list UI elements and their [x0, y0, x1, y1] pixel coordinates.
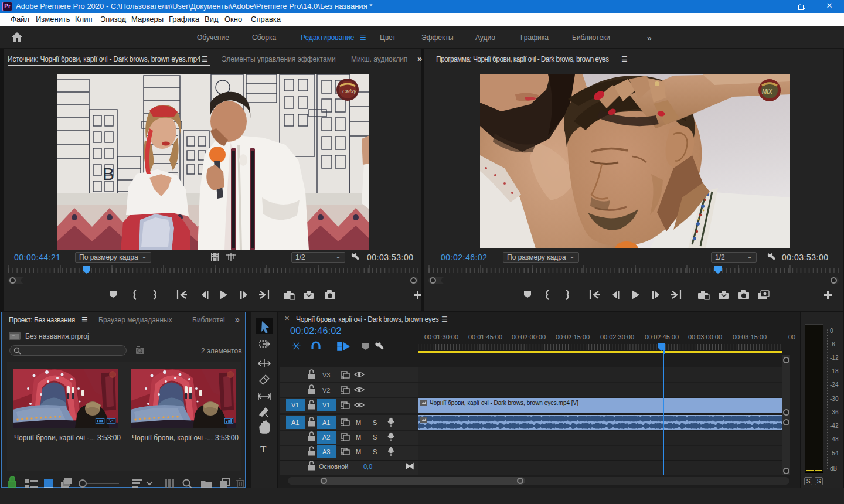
svg-text:00:01:30:00: 00:01:30:00 [424, 333, 458, 340]
svg-text:M: M [356, 419, 361, 426]
svg-text:-42: -42 [830, 423, 839, 429]
svg-text:Чорнії брови, карії очі - Dark: Чорнії брови, карії очі - Dark brows, br… [430, 400, 578, 406]
svg-text:-24: -24 [830, 382, 839, 388]
svg-text:00:01:45:00: 00:01:45:00 [468, 333, 502, 340]
svg-text:-48: -48 [830, 436, 839, 442]
svg-text:00:02:30:00: 00:02:30:00 [600, 333, 634, 340]
svg-text:0,0: 0,0 [363, 463, 372, 470]
svg-text:V1: V1 [322, 401, 330, 408]
svg-text:Сміху: Сміху [342, 88, 356, 94]
svg-text:00:02:00:00: 00:02:00:00 [512, 333, 546, 340]
svg-text:-30: -30 [830, 396, 839, 402]
svg-text:-18: -18 [830, 368, 839, 374]
svg-text:00:03:00:00: 00:03:00:00 [688, 333, 722, 340]
svg-text:M: M [356, 448, 361, 455]
svg-text:МІХ: МІХ [762, 88, 773, 95]
svg-text:A1: A1 [322, 419, 330, 426]
svg-text:-54: -54 [830, 450, 839, 457]
svg-text:S: S [373, 448, 377, 455]
svg-text:A2: A2 [322, 434, 330, 441]
svg-text:B: B [103, 164, 114, 183]
svg-text:S: S [373, 419, 377, 426]
svg-text:0: 0 [830, 328, 833, 334]
svg-text:M: M [356, 434, 361, 441]
svg-text:00:02:15:00: 00:02:15:00 [556, 333, 590, 340]
svg-text:A1: A1 [291, 419, 299, 426]
svg-text:A3: A3 [322, 448, 330, 455]
svg-text:00:03:15:00: 00:03:15:00 [733, 333, 767, 340]
svg-text:V2: V2 [322, 387, 330, 394]
svg-text:T: T [260, 444, 267, 455]
svg-text:dB: dB [830, 465, 838, 472]
svg-text:00: 00 [788, 333, 795, 340]
svg-text:-36: -36 [830, 409, 839, 416]
svg-text:00:02:45:00: 00:02:45:00 [645, 333, 679, 340]
svg-text:-6: -6 [830, 341, 835, 348]
svg-text:V1: V1 [291, 401, 299, 408]
svg-text:V3: V3 [322, 372, 330, 379]
svg-text:S: S [373, 434, 377, 441]
svg-text:Основной: Основной [319, 463, 348, 470]
svg-text:-12: -12 [830, 355, 839, 361]
